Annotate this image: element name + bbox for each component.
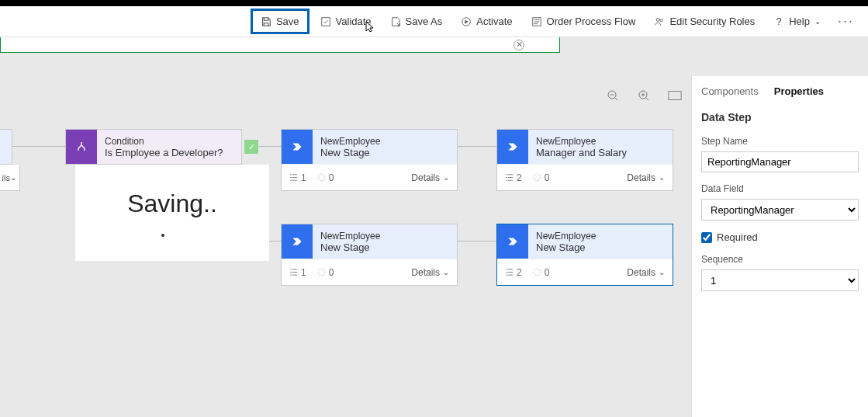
- step-count: 2: [505, 267, 522, 278]
- step-count: 2: [505, 172, 522, 183]
- svg-point-9: [534, 174, 540, 180]
- edit-security-roles-button[interactable]: Edit Security Roles: [646, 11, 763, 32]
- save-as-label: Save As: [406, 16, 443, 27]
- node-title: NewEmployee: [536, 136, 665, 147]
- sequence-label: Sequence: [701, 254, 859, 265]
- order-label: Order Process Flow: [547, 16, 636, 27]
- chevron-down-icon: ⌄: [443, 268, 449, 276]
- save-as-button[interactable]: Save As: [382, 11, 451, 32]
- roles-icon: [654, 16, 665, 27]
- branch-count: 0: [533, 172, 550, 183]
- help-button[interactable]: ? Help ⌄: [766, 11, 828, 32]
- activate-icon: [461, 16, 472, 27]
- help-label: Help: [789, 16, 810, 27]
- step-count: 1: [289, 267, 306, 278]
- chevron-down-icon: ⌄: [10, 173, 16, 182]
- save-label: Save: [276, 16, 299, 27]
- node-title: NewEmployee: [536, 231, 665, 242]
- stage-icon: [282, 130, 313, 164]
- activate-button[interactable]: Activate: [453, 11, 520, 32]
- roles-label: Edit Security Roles: [669, 16, 755, 27]
- data-field-label: Data Field: [701, 183, 859, 194]
- required-checkbox[interactable]: [701, 232, 712, 243]
- required-label: Required: [717, 231, 758, 243]
- validate-button[interactable]: Validate: [313, 11, 379, 32]
- stage-icon: [282, 224, 313, 259]
- svg-point-8: [318, 174, 324, 180]
- chevron-down-icon: ⌄: [659, 173, 665, 182]
- svg-point-3: [657, 18, 660, 21]
- save-icon: [261, 16, 271, 27]
- node-subtitle: New Stage: [320, 147, 449, 158]
- fit-to-screen-button[interactable]: [668, 89, 682, 103]
- svg-point-4: [660, 19, 662, 21]
- flow-canvas[interactable]: ils ⌄ Condition Is Employee a Developer?…: [0, 53, 691, 417]
- details-toggle[interactable]: Details⌄: [411, 172, 449, 183]
- order-icon: [531, 16, 542, 27]
- stage-node-partial: [0, 129, 12, 165]
- svg-rect-0: [321, 17, 330, 26]
- properties-panel: Components Properties Data Step Step Nam…: [691, 76, 868, 417]
- sequence-select[interactable]: 1: [701, 269, 859, 291]
- partial-details-text: ils: [2, 173, 10, 182]
- chevron-down-icon: ⌄: [659, 268, 665, 276]
- close-icon[interactable]: ✕: [514, 40, 524, 50]
- node-title: NewEmployee: [320, 136, 449, 147]
- condition-node[interactable]: Condition Is Employee a Developer?: [65, 129, 242, 165]
- toolbar: Save Validate Save As Activate Order Pro…: [0, 6, 868, 37]
- stage-icon: [497, 130, 528, 164]
- activate-label: Activate: [476, 16, 512, 27]
- svg-point-11: [534, 269, 540, 275]
- node-title: NewEmployee: [320, 231, 449, 242]
- save-as-icon: [390, 16, 401, 27]
- more-button[interactable]: ···: [832, 10, 860, 33]
- stage-node-b[interactable]: NewEmployee Manager and Salary 2 0 D: [496, 129, 673, 191]
- saving-spinner: [161, 234, 164, 237]
- step-name-label: Step Name: [701, 136, 859, 147]
- tab-components[interactable]: Components: [701, 85, 759, 100]
- node-subtitle: Manager and Salary: [536, 147, 665, 158]
- step-name-input[interactable]: [701, 151, 859, 172]
- panel-heading: Data Step: [701, 111, 859, 123]
- save-button[interactable]: Save: [251, 9, 310, 34]
- details-toggle[interactable]: Details⌄: [627, 267, 665, 278]
- node-title: Condition: [105, 136, 233, 147]
- tab-properties[interactable]: Properties: [774, 85, 824, 100]
- validate-label: Validate: [336, 16, 372, 27]
- stage-node-d[interactable]: NewEmployee New Stage 2 0 Details⌄: [496, 224, 673, 286]
- svg-point-10: [318, 269, 324, 275]
- condition-true-badge: ✓: [244, 140, 258, 154]
- branch-count: 0: [317, 267, 334, 278]
- saving-text: Saving..: [127, 189, 217, 218]
- stage-node-partial-footer: ils ⌄: [0, 165, 20, 191]
- svg-rect-7: [669, 92, 681, 100]
- chevron-down-icon: ⌄: [443, 173, 449, 182]
- validate-icon: [320, 16, 331, 27]
- chevron-down-icon: ⌄: [814, 17, 821, 26]
- stage-icon: [497, 224, 528, 259]
- branch-icon: [66, 130, 97, 164]
- branch-count: 0: [533, 267, 550, 278]
- help-icon: ?: [773, 16, 784, 27]
- branch-count: 0: [317, 172, 334, 183]
- node-subtitle: New Stage: [536, 242, 665, 253]
- order-process-flow-button[interactable]: Order Process Flow: [524, 11, 644, 32]
- zoom-out-button[interactable]: [606, 89, 620, 103]
- node-subtitle: New Stage: [320, 242, 449, 253]
- zoom-in-button[interactable]: [637, 89, 651, 103]
- details-toggle[interactable]: Details⌄: [411, 267, 449, 278]
- data-field-select[interactable]: ReportingManager: [701, 199, 859, 221]
- saving-overlay: Saving..: [75, 165, 269, 261]
- node-subtitle: Is Employee a Developer?: [105, 147, 233, 158]
- details-toggle[interactable]: Details⌄: [627, 172, 665, 183]
- stage-node-a[interactable]: NewEmployee New Stage 1 0 Details⌄: [281, 129, 458, 191]
- status-bar: ✕: [0, 37, 560, 53]
- step-count: 1: [289, 172, 306, 183]
- stage-node-c[interactable]: NewEmployee New Stage 1 0 Details⌄: [281, 224, 458, 286]
